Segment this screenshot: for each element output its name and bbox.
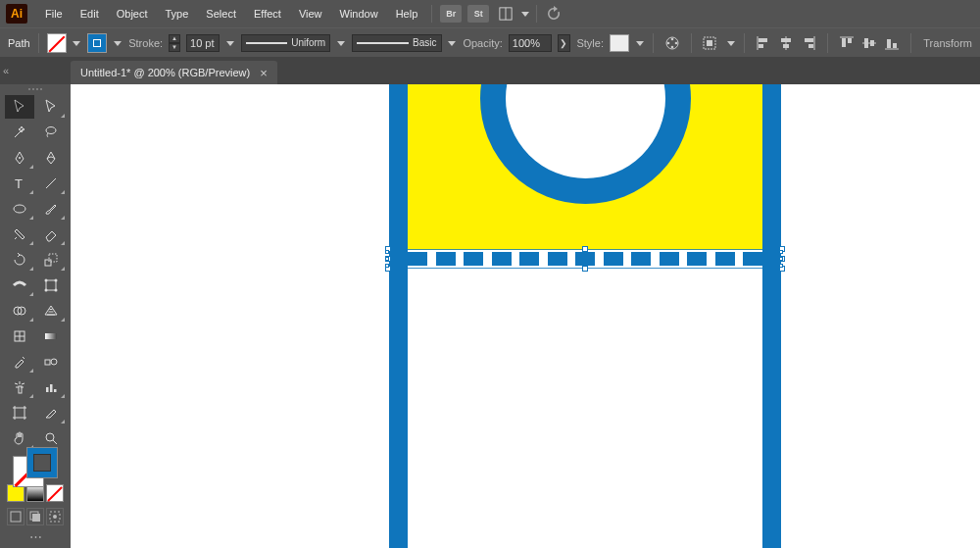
- stroke-weight-dropdown[interactable]: [225, 34, 235, 52]
- opacity-dropdown[interactable]: ❯: [558, 34, 571, 52]
- curvature-tool[interactable]: [36, 146, 66, 170]
- bridge-button[interactable]: Br: [440, 5, 462, 23]
- svg-marker-2: [521, 12, 529, 17]
- variable-width-profile[interactable]: Uniform: [241, 34, 330, 52]
- svg-point-45: [45, 289, 48, 292]
- svg-rect-15: [707, 40, 712, 46]
- artboard-tool[interactable]: [5, 401, 34, 424]
- stroke-indicator[interactable]: [26, 447, 58, 478]
- fill-dropdown[interactable]: [73, 34, 82, 52]
- paintbrush-tool[interactable]: [36, 197, 66, 221]
- panel-grip[interactable]: [16, 88, 55, 90]
- graphic-style-dropdown[interactable]: [635, 34, 645, 52]
- pen-tool[interactable]: [5, 146, 34, 170]
- sync-settings-icon[interactable]: [543, 5, 564, 23]
- direct-selection-tool[interactable]: [36, 95, 66, 119]
- document-canvas[interactable]: [71, 84, 980, 548]
- variable-width-dropdown[interactable]: [336, 34, 346, 52]
- magic-wand-tool[interactable]: [5, 121, 34, 144]
- svg-point-13: [666, 41, 669, 44]
- svg-rect-42: [46, 280, 56, 290]
- document-tab[interactable]: Untitled-1* @ 200% (RGB/Preview) ×: [71, 61, 277, 84]
- brush-definition[interactable]: Basic: [352, 34, 441, 52]
- width-tool[interactable]: [5, 274, 34, 297]
- line-segment-tool[interactable]: [36, 172, 66, 195]
- svg-rect-33: [887, 39, 891, 48]
- menu-effect[interactable]: Effect: [246, 4, 289, 24]
- align-to-dropdown[interactable]: [726, 34, 736, 52]
- stroke-weight-label: Stroke:: [128, 37, 163, 49]
- arrange-dropdown[interactable]: [520, 5, 530, 23]
- graphic-style-swatch[interactable]: [610, 34, 629, 52]
- menu-file[interactable]: File: [37, 4, 71, 24]
- gradient-tool[interactable]: [36, 324, 66, 348]
- transform-panel-link[interactable]: Transform: [923, 37, 972, 49]
- svg-marker-5: [226, 41, 234, 46]
- brush-dropdown[interactable]: [448, 34, 458, 52]
- fill-swatch[interactable]: [47, 33, 67, 53]
- separator: [910, 33, 911, 53]
- draw-inside[interactable]: [46, 508, 64, 525]
- stroke-weight-field[interactable]: 10 pt: [186, 34, 220, 52]
- menu-view[interactable]: View: [291, 4, 330, 24]
- align-left-button[interactable]: [753, 32, 774, 54]
- ellipse-tool[interactable]: [5, 197, 34, 221]
- stroke-swatch[interactable]: [87, 33, 107, 53]
- app-logo: Ai: [6, 4, 27, 24]
- svg-rect-25: [808, 44, 813, 48]
- menu-type[interactable]: Type: [158, 4, 197, 24]
- menu-select[interactable]: Select: [198, 4, 244, 24]
- menu-edit[interactable]: Edit: [73, 4, 107, 24]
- eyedropper-tool[interactable]: [5, 350, 34, 374]
- blend-tool[interactable]: [36, 350, 66, 374]
- svg-marker-3: [73, 41, 80, 46]
- shirt-right-stripe: [762, 84, 781, 548]
- free-transform-tool[interactable]: [36, 274, 66, 297]
- recolor-artwork-button[interactable]: [662, 32, 683, 54]
- align-top-button[interactable]: [836, 32, 858, 54]
- svg-rect-24: [805, 38, 813, 42]
- menu-object[interactable]: Object: [109, 4, 156, 24]
- shaper-tool[interactable]: [5, 223, 34, 246]
- arrange-documents-button[interactable]: [495, 5, 516, 23]
- align-vcenter-button[interactable]: [858, 32, 880, 54]
- svg-point-44: [55, 279, 58, 282]
- symbol-sprayer-tool[interactable]: [5, 375, 34, 399]
- stroke-weight-stepper[interactable]: ▲▼: [169, 34, 180, 52]
- align-to-button[interactable]: [700, 32, 721, 54]
- none-swatch[interactable]: [46, 484, 64, 502]
- svg-marker-4: [114, 41, 122, 46]
- toolbox-more[interactable]: ⋯: [29, 529, 42, 544]
- menu-help[interactable]: Help: [388, 4, 426, 24]
- type-tool[interactable]: T: [5, 172, 34, 195]
- menu-window[interactable]: Window: [332, 4, 386, 24]
- fill-stroke-indicator[interactable]: [13, 456, 58, 478]
- align-right-button[interactable]: [798, 32, 819, 54]
- scale-tool[interactable]: [36, 248, 66, 272]
- align-hcenter-button[interactable]: [775, 32, 797, 54]
- svg-point-11: [674, 41, 677, 44]
- separator: [691, 33, 692, 53]
- column-graph-tool[interactable]: [36, 375, 66, 399]
- stock-button[interactable]: St: [467, 5, 489, 23]
- close-tab-button[interactable]: ×: [260, 67, 268, 79]
- svg-rect-51: [45, 360, 50, 365]
- svg-rect-22: [783, 44, 789, 48]
- lasso-tool[interactable]: [36, 121, 66, 144]
- selected-dashed-stroke[interactable]: [408, 252, 762, 266]
- tab-scroll-chevron[interactable]: «: [0, 57, 12, 84]
- draw-behind[interactable]: [26, 508, 44, 525]
- mesh-tool[interactable]: [5, 324, 34, 348]
- align-bottom-button[interactable]: [881, 32, 903, 54]
- stroke-dropdown[interactable]: [113, 34, 122, 52]
- shape-builder-tool[interactable]: [5, 299, 34, 323]
- eraser-tool[interactable]: [36, 223, 66, 246]
- selection-tool[interactable]: [5, 95, 34, 119]
- draw-normal[interactable]: [7, 508, 24, 525]
- opacity-field[interactable]: 100%: [509, 34, 552, 52]
- slice-tool[interactable]: [36, 401, 66, 424]
- svg-point-12: [670, 45, 673, 48]
- rotate-tool[interactable]: [5, 248, 34, 272]
- tool-grid: T: [5, 95, 66, 450]
- perspective-grid-tool[interactable]: [36, 299, 66, 323]
